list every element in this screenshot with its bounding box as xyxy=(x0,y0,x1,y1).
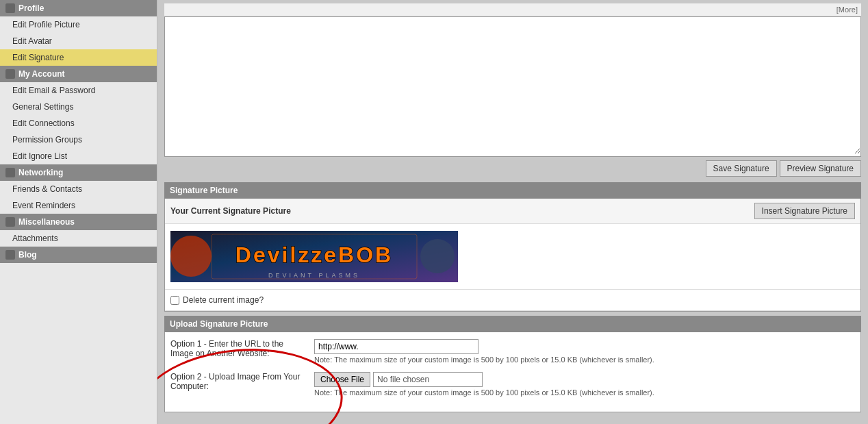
svg-point-2 xyxy=(420,239,455,273)
signature-textarea[interactable] xyxy=(165,17,860,154)
sidebar-section-my-account-label: My Account xyxy=(18,69,65,79)
sidebar-section-miscellaneous-label: Miscellaneous xyxy=(18,217,75,227)
sidebar-section-miscellaneous: Miscellaneous xyxy=(0,214,157,230)
sidebar-item-event-reminders[interactable]: Event Reminders xyxy=(0,197,157,214)
signature-picture-section-header: Signature Picture xyxy=(164,182,861,199)
upload-option-2-input-area: Choose File No file chosen Note: The max… xyxy=(314,372,855,397)
insert-signature-picture-button[interactable]: Insert Signature Picture xyxy=(754,203,855,219)
sidebar-item-permission-groups[interactable]: Permission Groups xyxy=(0,132,157,148)
delete-image-checkbox[interactable] xyxy=(170,296,179,305)
sidebar-item-edit-avatar[interactable]: Edit Avatar xyxy=(0,33,157,49)
sidebar-item-edit-profile-picture[interactable]: Edit Profile Picture xyxy=(0,16,157,33)
sidebar-section-networking-label: Networking xyxy=(18,168,63,177)
upload-option-1-row: Option 1 - Enter the URL to the Image on… xyxy=(170,339,855,364)
account-icon xyxy=(5,69,15,79)
sidebar-item-edit-ignore-list[interactable]: Edit Ignore List xyxy=(0,148,157,164)
sidebar-section-my-account: My Account xyxy=(0,66,157,82)
option1-note: Note: The maximum size of your custom im… xyxy=(314,356,855,364)
save-signature-button[interactable]: Save Signature xyxy=(706,160,777,177)
sidebar-item-general-settings[interactable]: General Settings xyxy=(0,99,157,115)
url-input[interactable] xyxy=(314,339,478,354)
more-link-row: [More] xyxy=(164,3,861,16)
sidebar-item-friends-contacts[interactable]: Friends & Contacts xyxy=(0,181,157,197)
upload-section-body: Option 1 - Enter the URL to the Image on… xyxy=(164,332,861,412)
upload-option-1-input-area: Note: The maximum size of your custom im… xyxy=(314,339,855,364)
person-icon xyxy=(5,3,15,13)
sidebar-item-edit-email-password[interactable]: Edit Email & Password xyxy=(0,82,157,99)
signature-banner-image: DevilzzeBOB DEVIANT PLASMS xyxy=(170,231,458,282)
upload-option-1-label: Option 1 - Enter the URL to the Image on… xyxy=(170,339,314,358)
svg-text:DevilzzeBOB: DevilzzeBOB xyxy=(235,242,393,267)
sidebar-section-blog: Blog xyxy=(0,247,157,263)
choose-file-button[interactable]: Choose File xyxy=(314,372,370,387)
signature-actions: Save Signature Preview Signature xyxy=(164,160,861,177)
signature-picture-image-area: DevilzzeBOB DEVIANT PLASMS xyxy=(165,224,860,290)
signature-textarea-container xyxy=(164,16,861,157)
current-signature-picture-label: Your Current Signature Picture xyxy=(170,206,291,216)
file-upload-row: Choose File No file chosen xyxy=(314,372,855,387)
upload-section: Upload Signature Picture Option 1 - Ente… xyxy=(164,316,861,412)
network-icon xyxy=(5,168,15,177)
sidebar-section-blog-label: Blog xyxy=(18,250,37,260)
sidebar-section-profile: Profile xyxy=(0,0,157,16)
option2-note: Note: The maximum size of your custom im… xyxy=(314,388,855,397)
sidebar: Profile Edit Profile Picture Edit Avatar… xyxy=(0,0,157,424)
more-link[interactable]: [More] xyxy=(837,5,858,14)
signature-picture-body: Your Current Signature Picture Insert Si… xyxy=(164,199,861,312)
upload-option-2-label: Option 2 - Upload Image From Your Comput… xyxy=(170,372,314,391)
delete-image-label[interactable]: Delete current image? xyxy=(183,295,264,305)
sidebar-item-edit-signature[interactable]: Edit Signature xyxy=(0,49,157,66)
preview-signature-button[interactable]: Preview Signature xyxy=(780,160,861,177)
sidebar-item-attachments[interactable]: Attachments xyxy=(0,230,157,247)
sidebar-item-edit-connections[interactable]: Edit Connections xyxy=(0,115,157,132)
svg-text:DEVIANT PLASMS: DEVIANT PLASMS xyxy=(268,272,360,279)
main-content: [More] Save Signature Preview Signature … xyxy=(157,0,868,424)
sidebar-section-networking: Networking xyxy=(0,164,157,181)
upload-section-header: Upload Signature Picture xyxy=(164,316,861,332)
upload-option-2-row: Option 2 - Upload Image From Your Comput… xyxy=(170,372,855,397)
blog-icon xyxy=(5,250,15,260)
misc-icon xyxy=(5,217,15,227)
svg-point-1 xyxy=(170,236,212,277)
delete-image-row: Delete current image? xyxy=(165,290,860,311)
signature-picture-row: Your Current Signature Picture Insert Si… xyxy=(165,199,860,224)
sidebar-section-profile-label: Profile xyxy=(18,3,44,13)
file-name-display: No file chosen xyxy=(373,372,483,387)
